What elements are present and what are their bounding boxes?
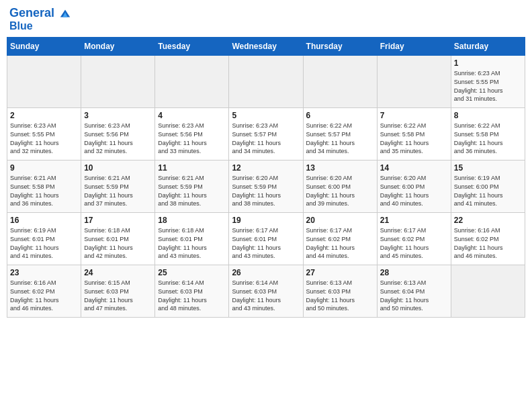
calendar-cell <box>451 265 525 318</box>
weekday-header-friday: Friday <box>377 38 451 56</box>
day-info: Sunrise: 6:16 AM Sunset: 6:02 PM Dayligh… <box>454 226 522 260</box>
day-number: 18 <box>158 216 226 225</box>
calendar-cell: 16Sunrise: 6:19 AM Sunset: 6:01 PM Dayli… <box>7 213 81 265</box>
day-number: 28 <box>380 268 448 277</box>
calendar-cell <box>155 56 229 108</box>
calendar-cell: 8Sunrise: 6:22 AM Sunset: 5:58 PM Daylig… <box>451 108 525 161</box>
day-number: 25 <box>158 268 226 277</box>
calendar-cell: 18Sunrise: 6:18 AM Sunset: 6:01 PM Dayli… <box>155 213 229 265</box>
day-info: Sunrise: 6:14 AM Sunset: 6:03 PM Dayligh… <box>232 279 300 312</box>
day-info: Sunrise: 6:15 AM Sunset: 6:03 PM Dayligh… <box>84 279 152 312</box>
day-number: 1 <box>454 58 522 68</box>
day-info: Sunrise: 6:22 AM Sunset: 5:57 PM Dayligh… <box>306 122 374 155</box>
day-number: 2 <box>10 111 78 120</box>
day-info: Sunrise: 6:17 AM Sunset: 6:02 PM Dayligh… <box>380 226 448 260</box>
calendar-cell: 23Sunrise: 6:16 AM Sunset: 6:02 PM Dayli… <box>7 265 81 318</box>
weekday-header-sunday: Sunday <box>7 38 81 56</box>
calendar-cell: 24Sunrise: 6:15 AM Sunset: 6:03 PM Dayli… <box>81 265 155 318</box>
calendar-cell: 21Sunrise: 6:17 AM Sunset: 6:02 PM Dayli… <box>377 213 451 265</box>
calendar-cell: 20Sunrise: 6:17 AM Sunset: 6:02 PM Dayli… <box>303 213 377 265</box>
logo-text: General <box>9 7 71 20</box>
day-number: 20 <box>306 216 374 225</box>
calendar-cell: 13Sunrise: 6:20 AM Sunset: 6:00 PM Dayli… <box>303 161 377 213</box>
day-info: Sunrise: 6:20 AM Sunset: 5:59 PM Dayligh… <box>232 174 300 208</box>
calendar-cell: 27Sunrise: 6:13 AM Sunset: 6:03 PM Dayli… <box>303 265 377 318</box>
calendar-cell <box>229 56 303 108</box>
day-info: Sunrise: 6:23 AM Sunset: 5:56 PM Dayligh… <box>84 122 152 155</box>
day-number: 10 <box>84 163 152 173</box>
calendar-cell: 19Sunrise: 6:17 AM Sunset: 6:01 PM Dayli… <box>229 213 303 265</box>
day-number: 13 <box>306 163 374 173</box>
weekday-header-tuesday: Tuesday <box>155 38 229 56</box>
calendar-cell <box>81 56 155 108</box>
weekday-header-monday: Monday <box>81 38 155 56</box>
day-number: 6 <box>306 111 374 120</box>
weekday-header-saturday: Saturday <box>451 38 525 56</box>
day-info: Sunrise: 6:23 AM Sunset: 5:55 PM Dayligh… <box>10 122 78 155</box>
day-number: 16 <box>10 216 78 225</box>
weekday-header-wednesday: Wednesday <box>229 38 303 56</box>
calendar-cell: 28Sunrise: 6:13 AM Sunset: 6:04 PM Dayli… <box>377 265 451 318</box>
day-number: 26 <box>232 268 300 277</box>
day-number: 17 <box>84 216 152 225</box>
day-number: 8 <box>454 111 522 120</box>
calendar-cell <box>377 56 451 108</box>
page-header: General Blue <box>7 7 525 32</box>
day-info: Sunrise: 6:20 AM Sunset: 6:00 PM Dayligh… <box>306 174 374 208</box>
day-number: 19 <box>232 216 300 225</box>
day-info: Sunrise: 6:23 AM Sunset: 5:55 PM Dayligh… <box>454 69 522 103</box>
logo: General Blue <box>9 7 71 32</box>
day-info: Sunrise: 6:13 AM Sunset: 6:04 PM Dayligh… <box>380 279 448 312</box>
calendar-table: SundayMondayTuesdayWednesdayThursdayFrid… <box>7 37 525 318</box>
day-info: Sunrise: 6:18 AM Sunset: 6:01 PM Dayligh… <box>84 226 152 260</box>
calendar-cell <box>303 56 377 108</box>
calendar-cell: 25Sunrise: 6:14 AM Sunset: 6:03 PM Dayli… <box>155 265 229 318</box>
day-number: 3 <box>84 111 152 120</box>
day-number: 23 <box>10 268 78 277</box>
day-info: Sunrise: 6:23 AM Sunset: 5:57 PM Dayligh… <box>232 122 300 155</box>
day-number: 24 <box>84 268 152 277</box>
day-info: Sunrise: 6:18 AM Sunset: 6:01 PM Dayligh… <box>158 226 226 260</box>
day-number: 7 <box>380 111 448 120</box>
day-info: Sunrise: 6:17 AM Sunset: 6:02 PM Dayligh… <box>306 226 374 260</box>
day-number: 12 <box>232 163 300 173</box>
calendar-cell: 12Sunrise: 6:20 AM Sunset: 5:59 PM Dayli… <box>229 161 303 213</box>
day-info: Sunrise: 6:13 AM Sunset: 6:03 PM Dayligh… <box>306 279 374 312</box>
day-info: Sunrise: 6:17 AM Sunset: 6:01 PM Dayligh… <box>232 226 300 260</box>
day-number: 9 <box>10 163 78 173</box>
calendar-cell: 22Sunrise: 6:16 AM Sunset: 6:02 PM Dayli… <box>451 213 525 265</box>
day-info: Sunrise: 6:21 AM Sunset: 5:59 PM Dayligh… <box>158 174 226 208</box>
day-number: 4 <box>158 111 226 120</box>
day-number: 14 <box>380 163 448 173</box>
calendar-cell: 5Sunrise: 6:23 AM Sunset: 5:57 PM Daylig… <box>229 108 303 161</box>
day-info: Sunrise: 6:21 AM Sunset: 5:59 PM Dayligh… <box>84 174 152 208</box>
calendar-cell: 6Sunrise: 6:22 AM Sunset: 5:57 PM Daylig… <box>303 108 377 161</box>
day-info: Sunrise: 6:22 AM Sunset: 5:58 PM Dayligh… <box>454 122 522 155</box>
day-number: 21 <box>380 216 448 225</box>
day-info: Sunrise: 6:19 AM Sunset: 6:00 PM Dayligh… <box>454 174 522 208</box>
calendar-cell: 3Sunrise: 6:23 AM Sunset: 5:56 PM Daylig… <box>81 108 155 161</box>
calendar-cell: 15Sunrise: 6:19 AM Sunset: 6:00 PM Dayli… <box>451 161 525 213</box>
day-info: Sunrise: 6:16 AM Sunset: 6:02 PM Dayligh… <box>10 279 78 312</box>
day-info: Sunrise: 6:22 AM Sunset: 5:58 PM Dayligh… <box>380 122 448 155</box>
calendar-cell: 11Sunrise: 6:21 AM Sunset: 5:59 PM Dayli… <box>155 161 229 213</box>
day-info: Sunrise: 6:14 AM Sunset: 6:03 PM Dayligh… <box>158 279 226 312</box>
day-info: Sunrise: 6:20 AM Sunset: 6:00 PM Dayligh… <box>380 174 448 208</box>
day-info: Sunrise: 6:23 AM Sunset: 5:56 PM Dayligh… <box>158 122 226 155</box>
calendar-cell: 14Sunrise: 6:20 AM Sunset: 6:00 PM Dayli… <box>377 161 451 213</box>
calendar-cell: 7Sunrise: 6:22 AM Sunset: 5:58 PM Daylig… <box>377 108 451 161</box>
calendar-cell: 10Sunrise: 6:21 AM Sunset: 5:59 PM Dayli… <box>81 161 155 213</box>
calendar-cell: 26Sunrise: 6:14 AM Sunset: 6:03 PM Dayli… <box>229 265 303 318</box>
day-number: 11 <box>158 163 226 173</box>
weekday-header-thursday: Thursday <box>303 38 377 56</box>
calendar-cell: 4Sunrise: 6:23 AM Sunset: 5:56 PM Daylig… <box>155 108 229 161</box>
day-info: Sunrise: 6:19 AM Sunset: 6:01 PM Dayligh… <box>10 226 78 260</box>
calendar-cell: 17Sunrise: 6:18 AM Sunset: 6:01 PM Dayli… <box>81 213 155 265</box>
day-number: 15 <box>454 163 522 173</box>
logo-subtext: Blue <box>9 20 71 32</box>
calendar-cell <box>7 56 81 108</box>
calendar-cell: 1Sunrise: 6:23 AM Sunset: 5:55 PM Daylig… <box>451 56 525 108</box>
calendar-cell: 9Sunrise: 6:21 AM Sunset: 5:58 PM Daylig… <box>7 161 81 213</box>
day-info: Sunrise: 6:21 AM Sunset: 5:58 PM Dayligh… <box>10 174 78 208</box>
calendar-cell: 2Sunrise: 6:23 AM Sunset: 5:55 PM Daylig… <box>7 108 81 161</box>
